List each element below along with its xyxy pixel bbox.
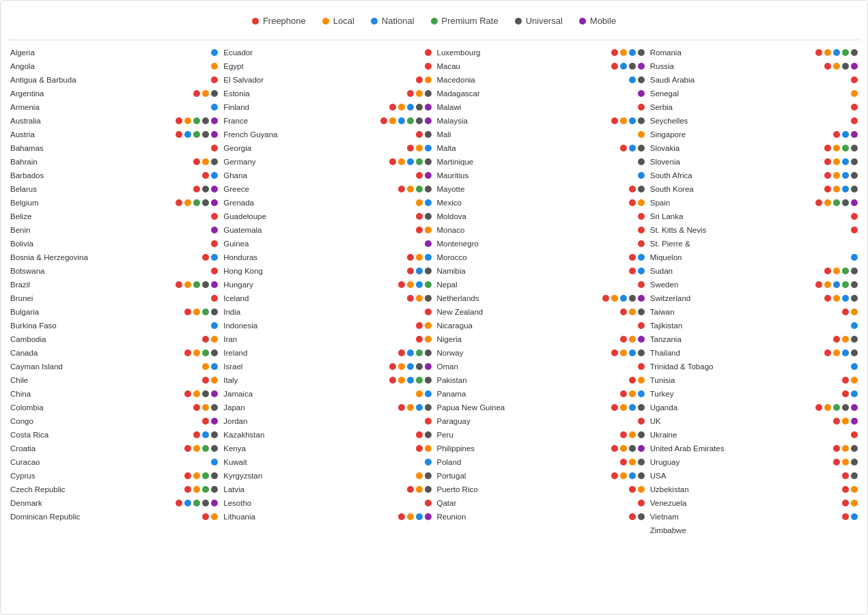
orange-dot [824, 404, 831, 411]
dark-dot [842, 404, 849, 411]
orange-dot [211, 63, 218, 70]
legend-item-mobile: Mobile [579, 16, 616, 26]
dots-group [824, 268, 858, 274]
table-row: Morocco [437, 251, 645, 264]
country-name: China [10, 390, 85, 398]
table-row: Zimbabwe [650, 524, 858, 537]
country-name: Mauritius [437, 171, 512, 180]
dots-group [211, 76, 218, 83]
country-name: Trinidad & Tobago [650, 362, 725, 371]
orange-dot [425, 445, 432, 452]
purple-dot [211, 186, 218, 192]
red-dot [211, 295, 218, 302]
universal-dot [515, 18, 522, 25]
green-dot [202, 445, 209, 452]
blue-dot [202, 431, 209, 438]
red-dot [620, 336, 627, 343]
orange-dot [398, 158, 405, 165]
red-dot [629, 268, 636, 274]
country-name: Tunisia [650, 376, 725, 384]
dots-group [611, 404, 645, 411]
red-dot [815, 49, 822, 56]
red-dot [211, 240, 218, 247]
table-row: Costa Rica [10, 428, 218, 442]
dark-dot [425, 377, 432, 384]
main-container: FreephoneLocalNationalPremium RateUniver… [0, 0, 868, 615]
column-2: LuxembourgMacauMacedoniaMadagascarMalawi… [434, 46, 647, 537]
orange-dot [824, 281, 831, 288]
orange-dot [851, 90, 858, 97]
country-name: Cambodia [10, 335, 85, 343]
green-dot [416, 349, 423, 356]
red-dot [611, 472, 618, 479]
table-row: Jordan [223, 414, 431, 428]
orange-dot [824, 49, 831, 56]
purple-dot [638, 336, 645, 343]
dots-group [425, 63, 432, 70]
dots-group [851, 117, 858, 124]
dots-group [416, 322, 432, 329]
dark-dot [638, 459, 645, 466]
country-name: Brazil [10, 281, 85, 289]
blue-dot [842, 349, 849, 356]
orange-dot [824, 199, 831, 206]
dark-dot [842, 199, 849, 206]
country-name: El Salvador [223, 76, 298, 84]
dots-group [184, 349, 218, 356]
dark-dot [638, 117, 645, 124]
dots-group [815, 281, 858, 288]
dots-group [202, 377, 218, 384]
dots-group [211, 295, 218, 302]
red-dot [425, 418, 432, 425]
purple-dot [638, 295, 645, 302]
blue-dot [638, 254, 645, 261]
dark-dot [211, 445, 218, 452]
blue-dot [629, 404, 636, 411]
dots-group [184, 390, 218, 397]
dots-group [211, 268, 218, 274]
orange-dot [416, 145, 423, 152]
dots-group [620, 431, 645, 438]
country-name: Colombia [10, 403, 85, 412]
dots-group [211, 145, 218, 152]
dots-group [380, 117, 432, 124]
country-name: Denmark [10, 499, 85, 507]
country-name: Czech Republic [10, 485, 85, 494]
dark-dot [425, 431, 432, 438]
blue-dot [211, 104, 218, 111]
blue-dot [851, 322, 858, 329]
country-name: Uganda [650, 403, 725, 412]
red-dot [184, 486, 191, 493]
orange-dot [407, 186, 414, 192]
dots-group [833, 418, 858, 425]
red-dot [629, 377, 636, 384]
table-row: Colombia [10, 401, 218, 414]
green-dot [425, 281, 432, 288]
red-dot [638, 281, 645, 288]
dark-dot [629, 445, 636, 452]
orange-dot [842, 459, 849, 466]
table-row: Armenia [10, 100, 218, 114]
table-row: Tajikistan [650, 319, 858, 332]
dots-group [176, 117, 218, 124]
red-dot [416, 76, 423, 83]
country-name: Ecuador [223, 48, 298, 57]
table-row: French Guyana [223, 128, 431, 141]
orange-dot [629, 390, 636, 397]
country-name: Philippines [437, 444, 512, 453]
red-dot [389, 104, 396, 111]
country-name: Kyrgyzstan [223, 472, 298, 480]
table-row: Tunisia [650, 373, 858, 387]
red-dot [824, 158, 831, 165]
country-name: Germany [223, 158, 298, 166]
red-dot [193, 431, 200, 438]
national-dot [371, 18, 378, 25]
table-row: Burkina Faso [10, 319, 218, 332]
red-dot [842, 513, 849, 520]
dots-group [416, 131, 432, 138]
country-name: Austria [10, 130, 85, 139]
red-dot [416, 172, 423, 179]
dots-group [842, 486, 858, 493]
red-dot [211, 213, 218, 220]
country-name: Malaysia [437, 117, 512, 125]
